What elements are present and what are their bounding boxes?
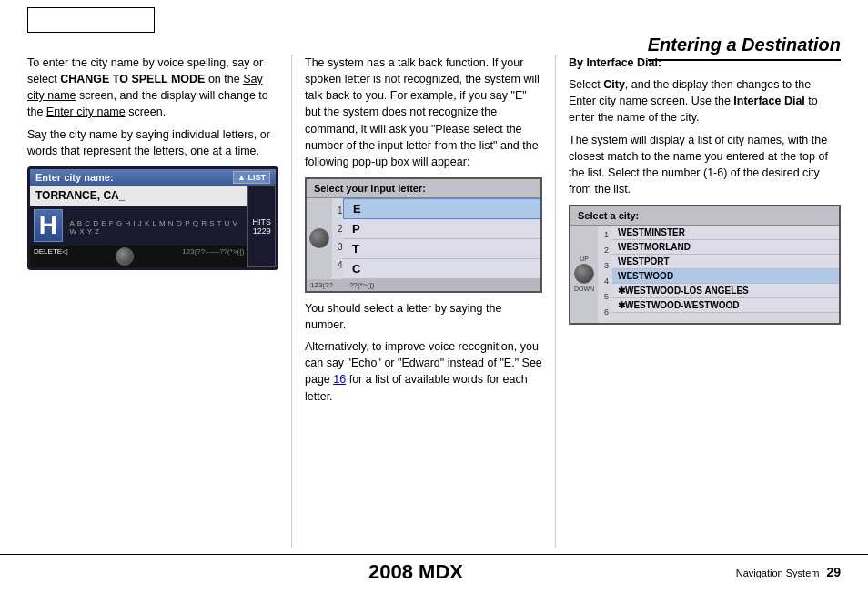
col3-para1: Select City, and the display then change… xyxy=(569,76,841,126)
col1-enter-city: Enter city name xyxy=(46,106,126,118)
footer-model: 2008 MDX xyxy=(136,560,695,584)
screen-bottom-bar1: DELETE◁ 123(??——??(*>({) xyxy=(30,246,247,267)
letter-list: E P T C xyxy=(343,198,540,279)
footer: 2008 MDX Navigation System 29 xyxy=(0,554,868,584)
city-names-list: WESTMINSTER WESTMORLAND WESTPORT WESTWOO… xyxy=(612,226,839,323)
city-numbers: 123456 xyxy=(598,226,612,323)
column-3: By Interface Dial: Select City, and the … xyxy=(555,55,841,548)
col1-para2: Say the city name by saying individual l… xyxy=(27,126,278,159)
up-down-knob: UP DOWN xyxy=(570,226,598,323)
enter-city-title: Enter city name: xyxy=(35,172,114,183)
footer-right: Navigation System 29 xyxy=(695,565,841,579)
col3-heading-bold: By Interface Dial: xyxy=(569,56,661,69)
input-letter-body: 1234 E P T C xyxy=(307,198,540,279)
select-city-screen: Select a city: UP DOWN 123456 WESTMINSTE… xyxy=(569,205,841,325)
city-input-value: TORRANCE, CA_ xyxy=(35,189,125,202)
city-list-body: UP DOWN 123456 WESTMINSTER WESTMORLAND W… xyxy=(570,226,839,323)
col2-para3: Alternatively, to improve voice recognit… xyxy=(305,338,542,405)
city-item-3: WESTPORT xyxy=(612,255,839,269)
footer-nav-label: Navigation System xyxy=(736,568,820,578)
interface-dial-ref: Interface Dial xyxy=(733,95,805,107)
city-item-5: ✱WESTWOOD-LOS ANGELES xyxy=(612,284,839,298)
list-button: ▲ LIST xyxy=(233,171,270,184)
page-link-16[interactable]: 16 xyxy=(333,373,346,386)
footer-page-number: 29 xyxy=(826,565,841,579)
column-1: To enter the city name by voice spelling… xyxy=(27,55,291,548)
city-input-row: TORRANCE, CA_ xyxy=(30,186,247,206)
up-label: UP xyxy=(580,256,589,262)
top-blank-box xyxy=(27,7,155,33)
enter-city-screen: Enter city name: ▲ LIST TORRANCE, CA_ H … xyxy=(27,166,278,270)
letter-item-C: C xyxy=(343,259,540,279)
select-city-header: Select a city: xyxy=(570,206,839,226)
letter-item-P: P xyxy=(343,219,540,239)
hits-value: 1229 xyxy=(253,226,271,236)
down-label: DOWN xyxy=(574,286,594,292)
col1-change-spell: CHANGE TO SPELL MODE xyxy=(60,73,205,85)
alpha-row: A B C D E F G H I J K L M N O P Q R S T … xyxy=(70,219,245,236)
city-bold: City xyxy=(603,78,625,91)
keyboard-area: H A B C D E F G H I J K L M N O P Q R S … xyxy=(30,206,247,246)
col2-para1: The system has a talk back function. If … xyxy=(305,55,542,170)
input-letter-screen: Select your input letter: 1234 E P T C 1… xyxy=(305,177,542,293)
city-item-6: ✱WESTWOOD-WESTWOOD xyxy=(612,298,839,313)
delete-btn: DELETE◁ xyxy=(34,247,67,266)
letter-item-E: E xyxy=(343,198,540,219)
col1-para1: To enter the city name by voice spelling… xyxy=(27,55,278,121)
page-title: Entering a Destination xyxy=(648,35,841,55)
letter-item-T: T xyxy=(343,239,540,259)
city-item-2: WESTMORLAND xyxy=(612,240,839,255)
bottom-bar-text2: 123(?? ——??(*>({) xyxy=(310,281,374,289)
content-area: To enter the city name by voice spelling… xyxy=(27,55,841,548)
col3-para2: The system will display a list of city n… xyxy=(569,132,841,198)
city-item-4: WESTWOOD xyxy=(612,269,839,284)
knob-area-left xyxy=(307,198,332,279)
dial-knob-2 xyxy=(309,228,329,248)
hits-label: HITS xyxy=(252,217,271,226)
input-letter-header: Select your input letter: xyxy=(307,179,540,198)
hits-box: HITS 1229 xyxy=(247,186,276,267)
dial-knob-3 xyxy=(574,264,594,284)
city-item-1: WESTMINSTER xyxy=(612,226,839,240)
enter-city-name-ref: Enter city name xyxy=(569,95,648,107)
col3-heading: By Interface Dial: xyxy=(569,55,841,71)
letter-numbers: 1234 xyxy=(332,198,343,278)
big-letter-display: H xyxy=(34,209,63,242)
enter-city-header: Enter city name: ▲ LIST xyxy=(30,169,276,186)
screen-bottom-bar2: 123(?? ——??(*>({) xyxy=(307,279,540,291)
col2-para2: You should select a letter by saying the… xyxy=(305,300,542,333)
bottom-bar-text1: 123(??——??(*>({) xyxy=(182,247,244,266)
dial-knob-1 xyxy=(116,247,134,266)
column-2: The system has a talk back function. If … xyxy=(291,55,555,548)
